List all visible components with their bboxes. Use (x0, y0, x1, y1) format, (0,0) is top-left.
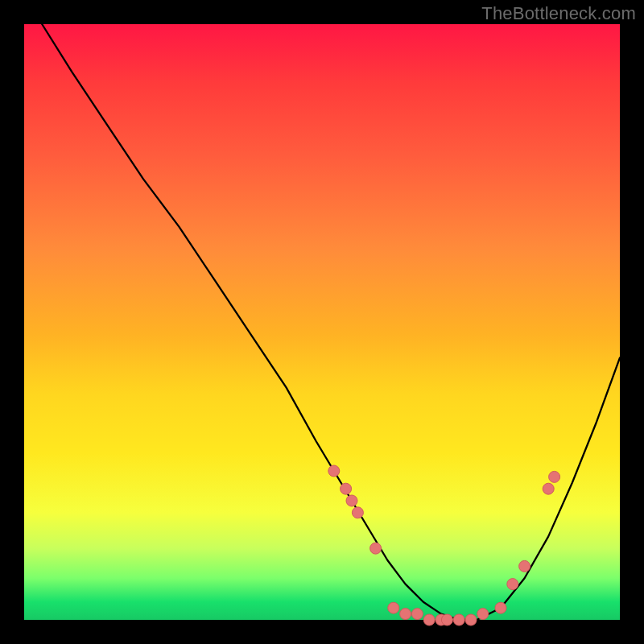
data-point (453, 614, 464, 625)
data-point (441, 614, 452, 625)
data-point (519, 560, 530, 572)
plot-area (24, 24, 620, 620)
data-point (495, 602, 506, 613)
data-point (465, 614, 477, 625)
data-point (507, 579, 518, 590)
chart-svg (24, 24, 620, 620)
data-point (549, 471, 560, 482)
data-point (477, 609, 489, 620)
data-point (411, 609, 423, 620)
data-point (400, 609, 411, 620)
curve-line (42, 24, 620, 620)
data-point (423, 614, 435, 625)
watermark-text: TheBottleneck.com (481, 3, 636, 24)
data-point (341, 483, 352, 494)
data-point (543, 483, 554, 494)
data-point (370, 543, 382, 554)
data-point (388, 602, 399, 613)
data-point (328, 465, 340, 477)
data-point (346, 495, 357, 506)
chart-container: TheBottleneck.com (0, 0, 644, 644)
data-point (352, 507, 363, 518)
